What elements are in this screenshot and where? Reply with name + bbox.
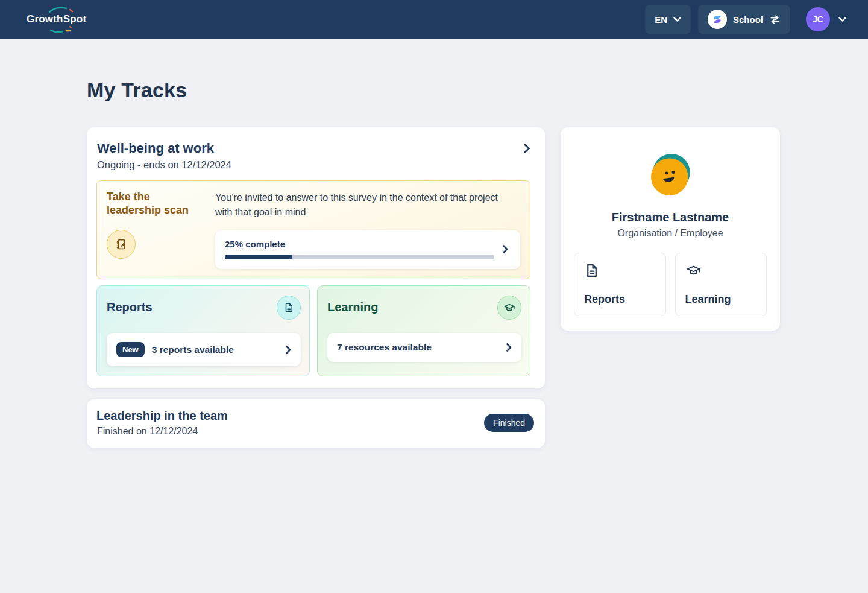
track-subtitle: Ongoing - ends on 12/12/2024	[96, 159, 530, 171]
profile-action-label: Reports	[584, 293, 656, 306]
track-subtitle: Finished on 12/12/2024	[96, 426, 228, 437]
graduation-cap-icon	[497, 296, 521, 320]
navbar-actions: EN School JC	[645, 5, 846, 34]
progress-bar	[225, 255, 494, 259]
language-selector[interactable]: EN	[645, 5, 691, 34]
chevron-right-icon	[503, 245, 508, 253]
profile-name: Firstname Lastname	[574, 211, 767, 224]
progress-label: 25% complete	[225, 239, 494, 249]
profile-reports-button[interactable]: Reports	[574, 253, 666, 316]
chevron-down-icon	[838, 17, 846, 22]
chevron-right-icon	[506, 343, 512, 352]
scan-progress-card[interactable]: 25% complete	[215, 230, 520, 269]
chevron-down-icon	[673, 17, 681, 22]
navbar: GrowthSpot EN School	[0, 0, 868, 39]
school-logo-icon	[708, 10, 727, 29]
finished-badge: Finished	[484, 414, 534, 432]
profile-role: Organisation / Employee	[574, 228, 767, 239]
school-label: School	[733, 14, 763, 25]
reports-subcard[interactable]: Reports New 3 reports ava	[96, 285, 310, 376]
tracks-column: Well-being at work Ongoing - ends on 12/…	[87, 127, 545, 448]
profile-card: Firstname Lastname Organisation / Employ…	[561, 127, 780, 331]
chevron-right-icon	[286, 346, 291, 354]
page-title: My Tracks	[87, 78, 781, 102]
profile-learning-button[interactable]: Learning	[675, 253, 767, 316]
track-title: Leadership in the team	[96, 409, 228, 423]
document-icon	[277, 296, 301, 320]
school-switcher[interactable]: School	[698, 5, 790, 34]
track-card-leadership[interactable]: Leadership in the team Finished on 12/12…	[87, 399, 545, 448]
scan-description: You’re invited to answer to this survey …	[215, 191, 505, 220]
graduation-cap-icon	[685, 263, 702, 278]
scan-title: Take the leadership scan	[107, 191, 206, 217]
reports-title: Reports	[107, 300, 153, 314]
document-icon	[584, 263, 599, 278]
track-title: Well-being at work	[97, 141, 214, 156]
progress-fill	[225, 255, 292, 259]
learning-info: 7 resources available	[337, 342, 499, 353]
brand-name: GrowthSpot	[27, 13, 86, 25]
avatar[interactable]: JC	[806, 7, 830, 31]
learning-subcard[interactable]: Learning 7 resources available	[317, 285, 530, 376]
track-card-wellbeing[interactable]: Well-being at work Ongoing - ends on 12/…	[87, 127, 545, 388]
learning-title: Learning	[327, 300, 378, 314]
edit-note-icon	[107, 230, 136, 259]
switch-arrows-icon	[769, 15, 781, 24]
profile-avatar	[648, 154, 693, 198]
brand-logo[interactable]: GrowthSpot	[27, 13, 86, 25]
reports-info: 3 reports available	[152, 344, 278, 355]
language-label: EN	[655, 14, 667, 25]
new-badge: New	[116, 342, 145, 357]
user-menu[interactable]: JC	[806, 7, 846, 31]
profile-action-label: Learning	[685, 293, 757, 306]
chevron-right-icon[interactable]	[524, 144, 530, 153]
reports-link[interactable]: New 3 reports available	[107, 333, 301, 366]
main-content: My Tracks Well-being at work Ongoing - e…	[0, 78, 868, 448]
learning-link[interactable]: 7 resources available	[327, 333, 521, 362]
leadership-scan-banner: Take the leadership scan You’re invited …	[96, 180, 530, 279]
